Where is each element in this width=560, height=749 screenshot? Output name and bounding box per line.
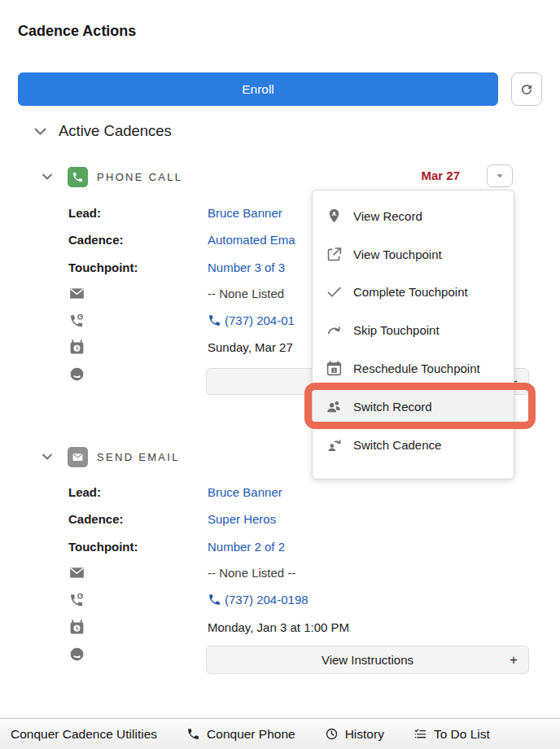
cadence-link[interactable]: Automated Ema <box>208 233 295 247</box>
tab-label: To Do List <box>434 727 490 742</box>
phone-icon <box>208 593 221 607</box>
phone-link[interactable]: (737) 204-01 <box>208 313 295 327</box>
card-actions-dropdown-menu: View Record View Touchpoint Complete Tou… <box>312 190 514 480</box>
phone-outgoing-icon <box>68 312 208 329</box>
phone-link[interactable]: (737) 204-0198 <box>208 593 308 607</box>
two-users-icon <box>326 398 343 415</box>
page-title: Cadence Actions <box>18 23 136 40</box>
send-email-icon <box>68 447 88 467</box>
schedule-value: Monday, Jan 3 at 1:00 PM <box>208 620 349 634</box>
user-arrow-icon <box>326 436 343 453</box>
cadence-label: Cadence: <box>68 233 208 247</box>
menu-item-reschedule-touchpoint[interactable]: 1 Reschedule Touchpoint <box>313 349 514 388</box>
envelope-icon <box>68 285 208 302</box>
refresh-button[interactable] <box>511 72 542 106</box>
menu-item-view-record[interactable]: View Record <box>313 197 514 235</box>
refresh-icon <box>519 82 534 97</box>
envelope-icon <box>68 564 208 581</box>
menu-item-view-touchpoint[interactable]: View Touchpoint <box>313 235 514 274</box>
tab-to-do-list[interactable]: To Do List <box>413 727 490 742</box>
redo-arrow-icon <box>326 322 343 339</box>
touchpoint-link[interactable]: Number 2 of 2 <box>208 540 285 554</box>
card-type-label: SEND EMAIL <box>97 451 180 463</box>
phone-call-icon <box>68 167 88 187</box>
card-actions-dropdown-trigger[interactable] <box>487 164 513 187</box>
phone-number: (737) 204-0198 <box>225 593 308 607</box>
checklist-icon <box>413 727 427 741</box>
tab-conquer-cadence-utilities[interactable]: Conquer Cadence Utilities <box>11 727 157 742</box>
tab-label: Conquer Cadence Utilities <box>11 727 157 742</box>
calendar-clock-icon <box>68 619 208 636</box>
email-value: -- None Listed -- <box>208 566 295 580</box>
tab-conquer-phone[interactable]: Conquer Phone <box>186 727 295 742</box>
agent-headset-icon <box>68 646 208 663</box>
phone-icon <box>208 313 221 327</box>
schedule-value: Sunday, Mar 27 <box>208 340 293 354</box>
menu-item-switch-record[interactable]: Switch Record <box>313 388 514 426</box>
email-row: -- None Listed -- <box>68 558 529 586</box>
phone-outgoing-icon <box>68 591 208 608</box>
utility-bar: Conquer Cadence Utilities Conquer Phone … <box>0 718 560 749</box>
enroll-button[interactable]: Enroll <box>18 72 498 106</box>
tab-label: Conquer Phone <box>207 727 295 742</box>
menu-item-switch-cadence[interactable]: Switch Cadence <box>313 426 514 464</box>
dropdown-triangle-icon <box>494 170 505 182</box>
view-instructions-label: View Instructions <box>322 653 413 667</box>
phone-number: (737) 204-01 <box>225 313 295 327</box>
touchpoint-link[interactable]: Number 3 of 3 <box>208 261 285 274</box>
due-date-badge: Mar 27 <box>421 169 460 182</box>
check-icon <box>326 283 343 300</box>
person-pin-icon <box>326 208 343 225</box>
tab-history[interactable]: History <box>325 727 384 742</box>
card-type-label: PHONE CALL <box>97 171 182 183</box>
chevron-down-icon[interactable] <box>33 124 48 139</box>
lead-row: Lead: Bruce Banner <box>68 478 529 506</box>
touchpoint-label: Touchpoint: <box>68 540 208 554</box>
lead-label: Lead: <box>68 206 208 220</box>
send-email-card-header: SEND EMAIL <box>41 445 180 468</box>
chevron-down-icon[interactable] <box>41 170 54 183</box>
phone-icon <box>186 727 200 741</box>
external-link-icon <box>326 246 343 263</box>
menu-item-complete-touchpoint[interactable]: Complete Touchpoint <box>313 274 514 312</box>
chevron-down-icon[interactable] <box>41 450 54 463</box>
cadence-link[interactable]: Super Heros <box>208 512 276 526</box>
agent-headset-icon <box>68 366 208 383</box>
active-cadences-section[interactable]: Active Cadences <box>33 120 172 142</box>
touchpoint-row: Touchpoint: Number 2 of 2 <box>68 532 529 560</box>
tab-label: History <box>345 727 384 742</box>
menu-item-skip-touchpoint[interactable]: Skip Touchpoint <box>313 311 514 349</box>
lead-label: Lead: <box>68 485 208 499</box>
email-value: -- None Listed <box>208 287 284 300</box>
active-cadences-label: Active Cadences <box>59 122 172 140</box>
lead-link[interactable]: Bruce Banner <box>208 485 282 499</box>
schedule-row: Monday, Jan 3 at 1:00 PM <box>68 613 529 641</box>
cadence-row: Cadence: Super Heros <box>68 505 529 532</box>
calendar-clock-icon <box>68 339 208 356</box>
view-instructions-button[interactable]: View Instructions + <box>206 646 529 674</box>
plus-icon: + <box>510 652 518 668</box>
cadence-actions-panel: Cadence Actions Enroll Active Cadences P… <box>0 0 560 749</box>
svg-text:1: 1 <box>333 368 335 373</box>
phone-row: (737) 204-0198 <box>68 585 529 613</box>
phone-call-card-header: PHONE CALL <box>41 165 182 188</box>
lead-link[interactable]: Bruce Banner <box>208 206 282 220</box>
clock-icon <box>325 727 339 741</box>
touchpoint-label: Touchpoint: <box>68 261 208 274</box>
calendar-1-icon: 1 <box>326 360 343 377</box>
cadence-label: Cadence: <box>68 512 208 526</box>
